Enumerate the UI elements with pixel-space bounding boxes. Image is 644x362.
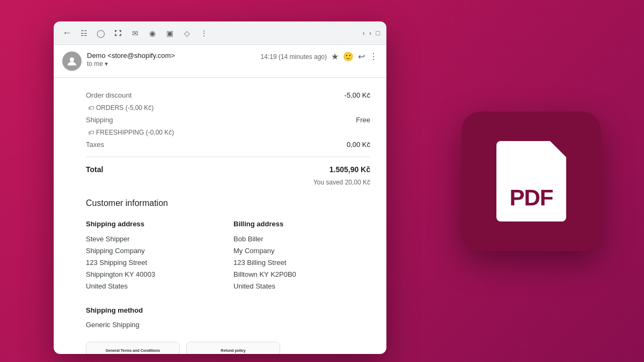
saved-text: You saved 20,00 Kč xyxy=(86,178,370,188)
customer-info-title: Customer information xyxy=(86,196,370,210)
shipping-address-heading: Shipping address xyxy=(86,219,223,230)
tag-icon-2: 🏷 xyxy=(88,128,94,138)
billing-address-heading: Billing address xyxy=(233,219,370,230)
taxes-value: 0,00 Kč xyxy=(347,139,370,151)
sender-name: Demo xyxy=(87,51,106,60)
browser-icon-5[interactable]: ◉ xyxy=(147,28,158,39)
billing-company: My Company xyxy=(233,245,370,257)
pdf-doc-corner-fill xyxy=(550,141,566,157)
attachment-preview-1: General Terms and Conditions Terms of se… xyxy=(86,342,179,354)
attachment-title-1: General Terms and Conditions xyxy=(106,348,160,353)
reply-icon[interactable]: ↩ xyxy=(358,51,365,62)
attachment-title-2: Refund policy xyxy=(221,348,245,353)
browser-icon-3[interactable]: ⛚ xyxy=(113,28,123,39)
attachment-preview-2: Refund policy Written return and refund … xyxy=(187,342,280,354)
total-value: 1.505,90 Kč xyxy=(330,164,370,175)
pdf-big-icon: PDF xyxy=(462,112,601,251)
browser-icon-7[interactable]: ◇ xyxy=(181,28,192,39)
pdf-icon-container: PDF xyxy=(462,112,601,251)
order-discount-code: 🏷 ORDERS (-5,00 Kč) xyxy=(86,103,370,113)
shipping-method-section: Shipping method Generic Shipping xyxy=(86,305,370,331)
browser-icon-8[interactable]: ⋮ xyxy=(199,28,209,39)
browser-icon-4[interactable]: ✉ xyxy=(130,28,141,39)
order-discount-label: Order discount xyxy=(86,90,131,101)
order-summary: Order discount -5,00 Kč 🏷 ORDERS (-5,00 … xyxy=(86,88,370,188)
billing-address-block: Billing address Bob Biller My Company 12… xyxy=(233,219,370,292)
sender-info: Demo <store@shopify.com> to me ▾ xyxy=(87,51,255,68)
back-button[interactable]: ← xyxy=(60,25,74,41)
shipping-city: Shippington KY 40003 xyxy=(86,269,223,280)
browser-icon-2[interactable]: ◯ xyxy=(96,28,106,39)
taxes-label: Taxes xyxy=(86,139,104,151)
total-label: Total xyxy=(86,164,103,175)
taxes-row: Taxes 0,00 Kč xyxy=(86,138,370,152)
more-icon[interactable]: ⋮ xyxy=(369,51,378,62)
billing-city: Billtown KY K2P0B0 xyxy=(233,269,370,280)
attachments-row: General Terms and Conditions Terms of se… xyxy=(86,342,370,354)
avatar xyxy=(62,51,82,71)
email-body: Order discount -5,00 Kč 🏷 ORDERS (-5,00 … xyxy=(54,78,386,354)
tag-icon: 🏷 xyxy=(88,104,94,113)
email-header: Demo <store@shopify.com> to me ▾ 14:19 (… xyxy=(54,45,386,78)
shipping-company: Shipping Company xyxy=(86,245,223,257)
shipping-address-block: Shipping address Steve Shipper Shipping … xyxy=(86,219,223,292)
browser-window-control[interactable]: □ xyxy=(376,29,380,37)
billing-street: 123 Billing Street xyxy=(233,257,370,269)
pdf-text: PDF xyxy=(510,185,553,211)
browser-nav-forward[interactable]: › xyxy=(369,29,371,37)
order-divider xyxy=(86,157,370,157)
email-timestamp: 14:19 (14 minutes ago) xyxy=(261,53,327,61)
addresses-grid: Shipping address Steve Shipper Shipping … xyxy=(86,219,370,292)
sender-email: store@shopify.com xyxy=(112,51,171,60)
shipping-country: United States xyxy=(86,280,223,292)
email-recipient: to me ▾ xyxy=(87,60,255,68)
svg-point-0 xyxy=(70,57,74,62)
order-discount-value: -5,00 Kč xyxy=(345,90,370,101)
billing-name: Bob Biller xyxy=(233,233,370,245)
star-icon[interactable]: ★ xyxy=(331,51,339,62)
shipping-code: 🏷 FREESHIPPING (-0,00 Kč) xyxy=(86,128,370,138)
billing-country: United States xyxy=(233,280,370,292)
browser-icon-1[interactable]: ☷ xyxy=(78,28,89,39)
emoji-icon[interactable]: 🙂 xyxy=(343,51,354,62)
pdf-doc-shape: PDF xyxy=(496,141,566,221)
shipping-value: Free xyxy=(356,115,370,126)
customer-info-section: Customer information Shipping address St… xyxy=(86,196,370,354)
shipping-method-value: Generic Shipping xyxy=(86,320,370,331)
attachment-card-2[interactable]: Refund policy Written return and refund … xyxy=(186,342,280,354)
email-meta: 14:19 (14 minutes ago) ★ 🙂 ↩ ⋮ xyxy=(261,51,378,62)
browser-icon-6[interactable]: ▣ xyxy=(164,28,175,39)
browser-nav-back[interactable]: ‹ xyxy=(362,29,364,37)
pdf-big-inner: PDF xyxy=(496,141,566,221)
shipping-row: Shipping Free xyxy=(86,113,370,128)
total-row: Total 1.505,90 Kč xyxy=(86,161,370,178)
email-window: ← ☷ ◯ ⛚ ✉ ◉ ▣ ◇ ⋮ ‹ › □ Demo xyxy=(54,21,386,354)
browser-bar: ← ☷ ◯ ⛚ ✉ ◉ ▣ ◇ ⋮ ‹ › □ xyxy=(54,21,386,45)
order-discount-row: Order discount -5,00 Kč xyxy=(86,88,370,103)
shipping-name: Steve Shipper xyxy=(86,233,223,245)
attachment-card-1[interactable]: General Terms and Conditions Terms of se… xyxy=(86,342,180,354)
shipping-method-heading: Shipping method xyxy=(86,305,370,316)
shipping-label: Shipping xyxy=(86,115,113,126)
shipping-street: 123 Shipping Street xyxy=(86,257,223,269)
